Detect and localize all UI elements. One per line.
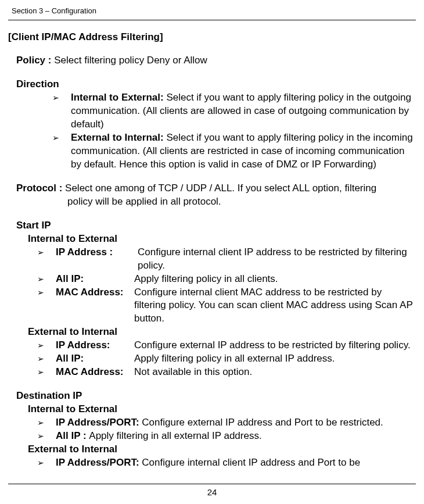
protocol-line1: Select one among of TCP / UDP / ALL. If …	[65, 183, 376, 194]
list-item: IP Address : Configure internal client I…	[37, 246, 416, 273]
def-term: MAC Address:	[56, 366, 134, 379]
page-number: 24	[207, 487, 217, 497]
def-desc: Configure external IP address and Port t…	[142, 417, 383, 428]
def-term: IP Address :	[56, 246, 134, 259]
def-desc: Not available in this option.	[134, 366, 416, 379]
def-desc: Configure internal client IP address and…	[142, 457, 360, 468]
destip-label: Destination IP	[8, 389, 416, 403]
direction-item: Internal to External: Select if you want…	[52, 91, 416, 131]
def-term: MAC Address:	[56, 286, 134, 299]
protocol-label: Protocol :	[16, 183, 65, 194]
startip-i2e-list: IP Address : Configure internal client I…	[8, 246, 416, 326]
def-desc: Apply filtering policy in all clients.	[134, 273, 416, 286]
page-title: [Client IP/MAC Address Filtering]	[8, 31, 416, 44]
def-desc: Configure internal client MAC address to…	[134, 286, 416, 326]
list-item: MAC Address: Not available in this optio…	[37, 366, 416, 379]
def-term: IP Address/PORT:	[56, 457, 142, 468]
protocol-line2: policy will be applied in all protocol.	[16, 195, 416, 209]
direction-list: Internal to External: Select if you want…	[8, 91, 416, 171]
protocol-block: Protocol : Select one among of TCP / UDP…	[8, 182, 416, 209]
direction-item: External to Internal: Select if you want…	[52, 131, 416, 171]
list-item: IP Address: Configure external IP addres…	[37, 339, 416, 352]
startip-i2e-label: Internal to External	[8, 233, 416, 246]
policy-text: Select filtering policy Deny or Allow	[54, 55, 207, 66]
startip-e2i-list: IP Address: Configure external IP addres…	[8, 339, 416, 379]
startip-e2i-label: External to Internal	[8, 326, 416, 339]
def-term: All IP :	[56, 430, 89, 441]
list-item: All IP: Apply filtering policy in all cl…	[37, 273, 416, 286]
startip-label: Start IP	[8, 219, 416, 233]
direction-term: Internal to External:	[71, 92, 166, 103]
list-item: All IP: Apply filtering policy in all ex…	[37, 352, 416, 366]
direction-label: Direction	[8, 78, 416, 91]
destip-i2e-label: Internal to External	[8, 403, 416, 416]
def-desc: Configure external IP address to be rest…	[134, 339, 416, 352]
policy-line: Policy : Select filtering policy Deny or…	[8, 54, 416, 67]
def-desc: Apply filtering policy in all external I…	[134, 352, 416, 366]
def-desc: Apply filtering in all external IP addre…	[89, 430, 261, 441]
destip-e2i-list: IP Address/PORT: Configure internal clie…	[8, 456, 416, 470]
list-item: IP Address/PORT: Configure external IP a…	[37, 416, 416, 430]
page-footer: 24	[8, 484, 416, 498]
def-term: All IP:	[56, 352, 134, 366]
def-term: IP Address:	[56, 339, 134, 352]
list-item: All IP : Apply filtering in all external…	[37, 430, 416, 443]
policy-label: Policy :	[16, 55, 54, 66]
direction-term: External to Internal:	[71, 132, 166, 143]
destip-e2i-label: External to Internal	[8, 443, 416, 456]
destip-i2e-list: IP Address/PORT: Configure external IP a…	[8, 416, 416, 443]
def-desc: Configure internal client IP address to …	[134, 246, 416, 273]
list-item: IP Address/PORT: Configure internal clie…	[37, 456, 416, 470]
def-term: IP Address/PORT:	[56, 417, 142, 428]
def-term: All IP:	[56, 273, 134, 286]
list-item: MAC Address: Configure internal client M…	[37, 286, 416, 326]
section-header: Section 3 – Configuration	[8, 6, 416, 20]
